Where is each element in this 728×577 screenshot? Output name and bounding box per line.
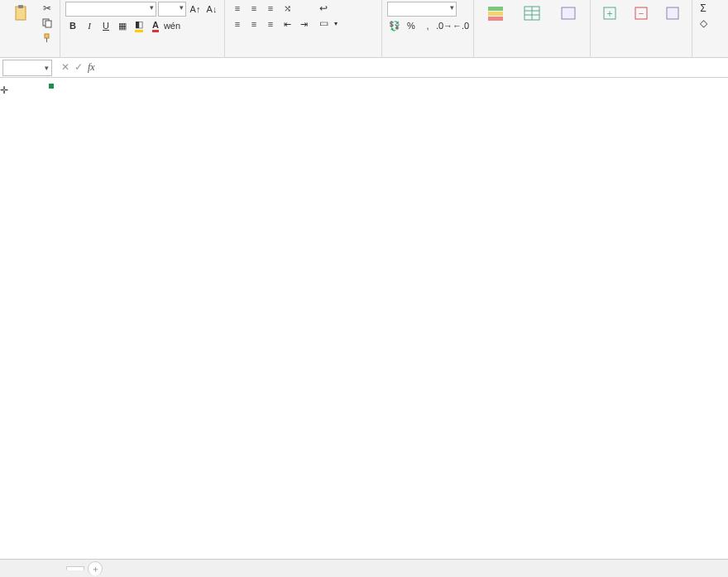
increase-decimal-button[interactable]: .0→ xyxy=(437,19,452,32)
decrease-decimal-button[interactable]: ←.0 xyxy=(453,19,468,32)
cond-format-icon xyxy=(486,3,505,23)
border-button[interactable]: ▦ xyxy=(115,19,130,32)
group-number: 💱 % , .0→ ←.0 xyxy=(382,0,474,58)
group-cells: ＋ － xyxy=(591,0,692,58)
svg-rect-18 xyxy=(667,7,678,19)
align-bottom-button[interactable]: ≡ xyxy=(263,2,278,15)
svg-rect-7 xyxy=(488,12,503,16)
group-label-font xyxy=(65,56,219,58)
svg-text:－: － xyxy=(636,7,646,19)
formula-bar: ✕ ✓ fx xyxy=(0,58,728,78)
paste-button[interactable] xyxy=(5,2,38,43)
align-middle-button[interactable]: ≡ xyxy=(247,2,261,15)
svg-rect-4 xyxy=(45,34,49,38)
fill-icon: ◧ xyxy=(135,19,143,32)
orientation-icon: ⤭ xyxy=(284,3,291,14)
font-color-icon: A xyxy=(152,20,159,32)
chevron-down-icon: ▾ xyxy=(334,20,338,27)
cell-cursor-icon: ✛ xyxy=(0,84,8,96)
copy-icon xyxy=(41,17,53,29)
align-middle-icon: ≡ xyxy=(251,3,256,13)
svg-rect-1 xyxy=(18,5,23,8)
bold-button[interactable]: B xyxy=(65,19,80,32)
font-size-select[interactable] xyxy=(158,2,186,17)
group-label-cells xyxy=(596,56,687,58)
currency-icon: 💱 xyxy=(389,21,400,31)
check-icon: ✓ xyxy=(74,61,83,73)
merge-center-button[interactable]: ▭ ▾ xyxy=(318,17,338,30)
conditional-format-button[interactable] xyxy=(479,2,512,43)
group-font: A↑ A↓ B I U ▦ ◧ A wén xyxy=(60,0,225,58)
align-right-icon: ≡ xyxy=(268,19,273,29)
align-left-icon: ≡ xyxy=(235,19,240,29)
font-color-button[interactable]: A xyxy=(148,19,163,32)
clear-button[interactable]: ◇ xyxy=(697,17,711,30)
align-top-icon: ≡ xyxy=(235,3,240,13)
accept-formula-button[interactable]: ✓ xyxy=(74,61,83,74)
format-button[interactable] xyxy=(659,2,687,43)
insert-icon: ＋ xyxy=(600,3,620,23)
format-painter-button[interactable] xyxy=(41,31,55,45)
autosum-button[interactable]: Σ xyxy=(697,2,711,15)
comma-button[interactable]: , xyxy=(420,19,435,32)
format-icon xyxy=(663,3,682,23)
number-format-select[interactable] xyxy=(387,2,457,17)
delete-icon: － xyxy=(631,3,651,23)
indent-decrease-button[interactable]: ⇤ xyxy=(280,17,295,31)
italic-button[interactable]: I xyxy=(82,19,97,32)
delete-button[interactable]: － xyxy=(627,2,655,43)
align-top-button[interactable]: ≡ xyxy=(230,2,245,15)
cancel-formula-button[interactable]: ✕ xyxy=(61,61,69,74)
sheet-tab-bar: ＋ xyxy=(0,559,728,577)
svg-rect-5 xyxy=(46,38,47,42)
group-clipboard: ✂ xyxy=(0,0,60,58)
cut-button[interactable]: ✂ xyxy=(41,2,55,15)
font-name-select[interactable] xyxy=(65,2,156,17)
plus-icon: ＋ xyxy=(91,563,100,575)
format-as-table-button[interactable] xyxy=(515,2,548,43)
indent-inc-icon: ⇥ xyxy=(300,19,308,30)
align-right-button[interactable]: ≡ xyxy=(263,17,278,31)
table-style-icon xyxy=(522,3,542,23)
cell-styles-button[interactable] xyxy=(552,2,585,43)
wrap-text-button[interactable]: ↩ xyxy=(318,2,338,15)
insert-button[interactable]: ＋ xyxy=(596,2,624,43)
fill-color-button[interactable]: ◧ xyxy=(132,19,146,32)
brush-icon xyxy=(41,32,53,44)
formula-input[interactable] xyxy=(102,60,728,76)
merge-icon: ▭ xyxy=(318,17,329,29)
currency-button[interactable]: 💱 xyxy=(387,19,402,32)
copy-button[interactable] xyxy=(41,17,55,30)
group-styles xyxy=(474,0,591,58)
percent-button[interactable]: % xyxy=(404,19,419,32)
align-left-button[interactable]: ≡ xyxy=(230,17,245,31)
indent-dec-icon: ⇤ xyxy=(284,19,291,30)
underline-button[interactable]: U xyxy=(98,19,113,32)
cell-style-icon xyxy=(558,3,578,23)
align-center-button[interactable]: ≡ xyxy=(247,17,261,31)
a-decrease-icon: A↓ xyxy=(207,4,218,14)
inc-decimal-icon: .0→ xyxy=(436,21,453,31)
ribbon: ✂ xyxy=(0,0,728,58)
svg-rect-13 xyxy=(562,7,575,19)
align-center-icon: ≡ xyxy=(251,19,256,29)
increase-font-button[interactable]: A↑ xyxy=(188,2,203,16)
svg-rect-8 xyxy=(488,17,503,21)
scissors-icon: ✂ xyxy=(41,2,53,14)
eraser-icon: ◇ xyxy=(697,17,709,29)
name-box[interactable] xyxy=(2,60,52,76)
decrease-font-button[interactable]: A↓ xyxy=(204,2,219,16)
orientation-button[interactable]: ⤭ xyxy=(280,2,295,15)
svg-rect-6 xyxy=(488,7,503,11)
phonetic-button[interactable]: wén xyxy=(165,19,180,32)
indent-increase-button[interactable]: ⇥ xyxy=(296,17,311,31)
svg-rect-0 xyxy=(16,7,26,20)
insert-function-button[interactable]: fx xyxy=(88,61,95,74)
svg-rect-3 xyxy=(46,21,51,27)
border-icon: ▦ xyxy=(118,21,127,31)
svg-text:＋: ＋ xyxy=(605,7,615,19)
x-icon: ✕ xyxy=(61,61,69,73)
add-sheet-button[interactable]: ＋ xyxy=(88,561,103,576)
align-bottom-icon: ≡ xyxy=(268,3,273,13)
sheet-tab[interactable] xyxy=(66,566,84,570)
